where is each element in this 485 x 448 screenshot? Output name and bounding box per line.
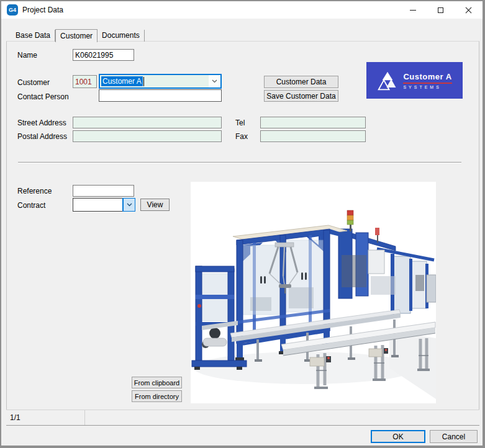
cancel-button[interactable]: Cancel (430, 430, 478, 443)
caption-buttons (399, 1, 483, 19)
status-bar: 1/1 (6, 410, 479, 426)
reference-label: Reference (17, 187, 52, 195)
view-button[interactable]: View (140, 199, 170, 211)
customer-combobox-selected-text: Customer A (101, 76, 143, 86)
app-icon: G4 (7, 4, 18, 16)
from-clipboard-button[interactable]: From clipboard (132, 377, 182, 388)
customer-number-input[interactable] (73, 75, 97, 88)
tel-label: Tel (235, 119, 245, 127)
customer-combobox[interactable]: Customer A (99, 74, 222, 89)
window-title: Project Data (22, 6, 63, 14)
customer-logo-rule (403, 83, 451, 84)
customer-label: Customer (17, 78, 50, 87)
save-customer-data-button[interactable]: Save Customer Data (264, 90, 338, 102)
tab-base-data[interactable]: Base Data (11, 30, 55, 42)
reference-input[interactable] (73, 185, 134, 197)
contact-person-input[interactable] (99, 89, 222, 102)
window-frame: G4 Project Data Base Data Customer Docum… (0, 0, 485, 448)
contract-combobox[interactable] (73, 198, 135, 212)
chevron-down-icon (212, 79, 217, 83)
chevron-down-icon (127, 203, 132, 207)
section-separator (18, 162, 461, 163)
customer-logo-subtitle: SYSTEMS (403, 85, 451, 89)
text-caret (143, 77, 144, 86)
app-icon-text: G4 (9, 7, 16, 13)
customer-logo: Customer A SYSTEMS (366, 62, 463, 99)
tel-input[interactable] (260, 117, 366, 128)
ok-button[interactable]: OK (371, 430, 425, 443)
fax-label: Fax (235, 132, 248, 141)
street-address-label: Street Address (17, 119, 66, 127)
fax-input[interactable] (260, 130, 366, 142)
close-icon (465, 7, 472, 14)
name-label: Name (17, 51, 37, 60)
name-input[interactable] (73, 49, 134, 61)
contact-person-label: Contact Person (17, 92, 69, 101)
street-address-input[interactable] (73, 117, 222, 128)
customer-data-button[interactable]: Customer Data (264, 76, 338, 88)
postal-address-input[interactable] (73, 130, 222, 142)
tab-customer[interactable]: Customer (55, 29, 97, 42)
contract-combobox-dropdown-button[interactable] (123, 199, 135, 211)
contract-label: Contract (17, 201, 45, 210)
postal-address-label: Postal Address (17, 132, 67, 141)
record-counter: 1/1 (6, 410, 85, 425)
customer-combobox-dropdown-button[interactable] (209, 75, 220, 87)
from-directory-button[interactable]: From directory (132, 390, 182, 402)
minimize-button[interactable] (399, 1, 427, 19)
project-data-dialog: G4 Project Data Base Data Customer Docum… (1, 1, 483, 446)
close-button[interactable] (455, 1, 483, 19)
contract-combobox-edit[interactable] (73, 199, 123, 211)
tab-strip: Base Data Customer Documents (11, 29, 145, 42)
machine-illustration (191, 182, 436, 403)
tab-documents[interactable]: Documents (97, 30, 145, 42)
minimize-icon (410, 10, 416, 11)
customer-logo-triangles-icon (377, 71, 398, 91)
customer-logo-name: Customer A (403, 72, 451, 81)
machine-photo (191, 182, 436, 403)
maximize-button[interactable] (427, 1, 455, 19)
maximize-icon (438, 7, 443, 13)
